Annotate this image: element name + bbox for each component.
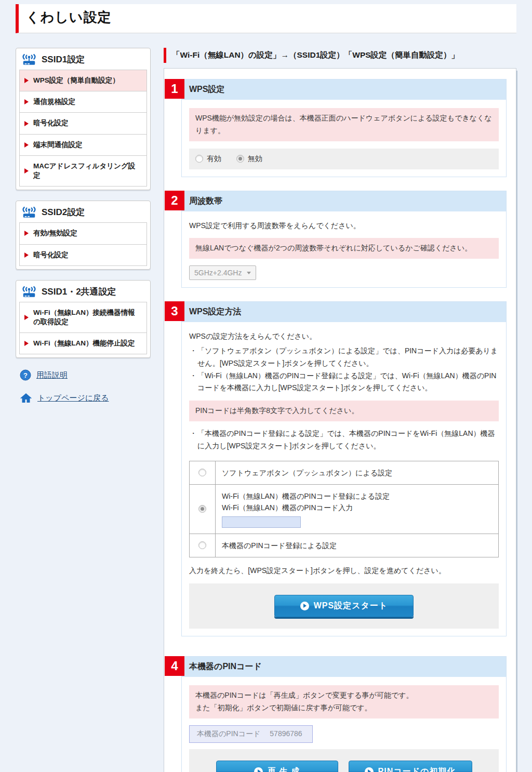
option-row-own-pin: 本機器のPINコード登録による設定 (190, 534, 498, 557)
wps-method-desc: WPSの設定方法をえらんでください。 (189, 330, 499, 343)
play-icon (365, 767, 374, 772)
wps-start-hint: 入力を終えたら、[WPS設定スタート]ボタンを押し、設定を進めてください。 (189, 565, 499, 577)
own-pin-display: 本機器のPINコード 57896786 (189, 725, 313, 743)
pin-regen-note: 本機器のPINコードは「再生成」ボタンで変更する事が可能です。 また「初期化」ボ… (189, 685, 499, 718)
frequency-select[interactable]: 5GHz+2.4GHz (189, 265, 256, 280)
section-number-badge: 4 (165, 656, 184, 676)
option-sublabel: Wi-Fi（無線LAN）機器のPINコード入力 (222, 502, 492, 513)
wps-start-band: WPS設定スタート (189, 583, 499, 629)
pin-initialize-button[interactable]: PINコードの初期化 (349, 761, 472, 772)
wps-method-options: ソフトウェアボタン（プッシュボタン）による設定 Wi-Fi（無線LAN）機器のP… (189, 461, 499, 558)
wps-method-bullets-2: ・ 「本機器のPINコード登録による設定」では、本機器のPINコードをWi-Fi… (189, 428, 499, 452)
nav-group-header: SSID1・2共通設定 (16, 281, 150, 302)
section-number-badge: 2 (165, 191, 184, 210)
router-wifi-icon (21, 206, 37, 219)
section-wps-setting: 1 WPS設定 WPS機能が無効設定の場合は、本機器正面のハードウェアボタンによ… (181, 79, 507, 177)
page-title: くわしい設定 (16, 4, 516, 33)
glossary-link[interactable]: 用語説明 (36, 370, 68, 380)
section-title: 周波数帯 (182, 191, 506, 211)
option-label: ソフトウェアボタン（プッシュボタン）による設定 (216, 461, 498, 484)
radio-disable-label: 無効 (248, 154, 262, 164)
sidebar-item-label: MACアドレスフィルタリング設定 (33, 162, 142, 180)
radio-pushbutton[interactable] (198, 469, 206, 476)
sidebar-item-angouka[interactable]: 暗号化設定 (20, 113, 147, 134)
sidebar-item-yuko-muko[interactable]: 有効/無効設定 (20, 223, 147, 244)
red-arrow-icon (24, 252, 29, 258)
bullet-item: ・ 「本機器のPINコード登録による設定」では、本機器のPINコードをWi-Fi… (189, 428, 499, 452)
bullet-item: ・ 「ソフトウェアボタン（プッシュボタン）による設定」では、PINコード入力は必… (189, 345, 499, 370)
option-label: Wi-Fi（無線LAN）機器のPINコード登録による設定 (222, 490, 492, 502)
option-label: 本機器のPINコード登録による設定 (216, 534, 498, 557)
section-own-pin: 4 本機器のPINコード 本機器のPINコードは「再生成」ボタンで変更する事が可… (181, 656, 507, 772)
section-frequency-band: 2 周波数帯 WPS設定で利用する周波数帯をえらんでください。 無線LANでつな… (181, 191, 507, 288)
sidebar-item-wps[interactable]: WPS設定（簡単自動設定） (20, 70, 147, 91)
wps-start-button[interactable]: WPS設定スタート (274, 595, 414, 617)
section-title: WPS設定方法 (182, 302, 506, 322)
radio-enable[interactable] (195, 155, 203, 163)
own-pin-value: 57896786 (270, 729, 302, 739)
radio-device-pin[interactable] (198, 505, 206, 513)
wps-method-bullets: ・ 「ソフトウェアボタン（プッシュボタン）による設定」では、PINコード入力は必… (189, 345, 499, 394)
sidebar-item-label: WPS設定（簡単自動設定） (33, 76, 119, 85)
nav-group-ssid1: SSID1設定 WPS設定（簡単自動設定） 通信規格設定 暗号化設定 (16, 48, 151, 190)
nav-group-title: SSID1・2共通設定 (42, 286, 116, 298)
top-page-link-row: トップページに戻る (20, 392, 151, 404)
sidebar-item-label: 暗号化設定 (33, 118, 69, 128)
main-content: 「Wi-Fi（無線LAN）の設定」→（SSID1設定）「WPS設定（簡単自動設定… (164, 48, 516, 772)
sidebar-item-label: 有効/無効設定 (33, 229, 77, 238)
sidebar-item-label: 暗号化設定 (33, 250, 69, 260)
red-arrow-icon (24, 231, 29, 236)
device-pin-input[interactable] (222, 516, 301, 528)
page: くわしい設定 SSID1設定 (0, 0, 532, 772)
sidebar-item-mac-filter[interactable]: MACアドレスフィルタリング設定 (20, 156, 147, 186)
red-arrow-icon (24, 315, 29, 320)
sidebar-item-angouka2[interactable]: 暗号化設定 (20, 245, 147, 265)
frequency-select-value: 5GHz+2.4GHz (194, 269, 242, 277)
sidebar: SSID1設定 WPS設定（簡単自動設定） 通信規格設定 暗号化設定 (16, 48, 151, 404)
red-arrow-icon (24, 121, 29, 126)
sidebar-item-kino-teishi[interactable]: Wi-Fi（無線LAN）機能停止設定 (20, 333, 147, 354)
chevron-down-icon (247, 272, 251, 274)
nav-group-ssid2: SSID2設定 有効/無効設定 暗号化設定 (16, 201, 151, 269)
radio-disable[interactable] (236, 155, 244, 163)
nav-group-header: SSID1設定 (16, 48, 150, 70)
sidebar-item-kiki-joho[interactable]: Wi-Fi（無線LAN）接続機器情報の取得設定 (20, 302, 147, 333)
breadcrumb: 「Wi-Fi（無線LAN）の設定」→（SSID1設定）「WPS設定（簡単自動設定… (164, 48, 516, 63)
nav-group-common: SSID1・2共通設定 Wi-Fi（無線LAN）接続機器情報の取得設定 Wi-F… (16, 280, 151, 358)
section-title: 本機器のPINコード (182, 657, 506, 677)
home-icon (20, 392, 32, 404)
sidebar-item-label: Wi-Fi（無線LAN）接続機器情報の取得設定 (33, 308, 142, 327)
play-icon (254, 767, 263, 772)
option-row-pushbutton: ソフトウェアボタン（プッシュボタン）による設定 (190, 461, 498, 485)
wps-warning-note: WPS機能が無効設定の場合は、本機器正面のハードウェアボタンによる設定もできなく… (189, 108, 499, 141)
red-arrow-icon (24, 78, 29, 83)
section-title: WPS設定 (182, 79, 506, 100)
sidebar-item-label: 端末間通信設定 (33, 140, 83, 150)
router-wifi-icon (21, 53, 37, 66)
play-icon (300, 602, 309, 610)
red-arrow-icon (24, 341, 29, 346)
section-wps-method: 3 WPS設定方法 WPSの設定方法をえらんでください。 ・ 「ソフトウェアボタ… (181, 301, 507, 636)
radio-own-pin[interactable] (198, 541, 206, 549)
pin-regenerate-button[interactable]: 再 生 成 (216, 761, 338, 772)
wps-enable-radio-group: 有効 無効 (189, 149, 499, 169)
pin-format-note: PINコードは半角数字8文字で入力してください。 (189, 401, 499, 421)
svg-text:?: ? (23, 371, 28, 379)
red-arrow-icon (24, 168, 29, 174)
top-page-link[interactable]: トップページに戻る (37, 393, 109, 403)
option-row-device-pin: Wi-Fi（無線LAN）機器のPINコード登録による設定 Wi-Fi（無線LAN… (190, 485, 498, 534)
own-pin-label: 本機器のPINコード (197, 729, 260, 739)
sidebar-item-tanmatsu[interactable]: 端末間通信設定 (20, 135, 147, 156)
nav-group-title: SSID1設定 (42, 54, 85, 65)
sidebar-item-tsushin-kikaku[interactable]: 通信規格設定 (20, 91, 147, 113)
nav-group-header: SSID2設定 (16, 201, 150, 222)
settings-panel: 1 WPS設定 WPS機能が無効設定の場合は、本機器正面のハードウェアボタンによ… (164, 68, 516, 772)
bullet-item: ・ 「Wi-Fi（無線LAN）機器のPINコード登録による設定」では、Wi-Fi… (189, 370, 499, 395)
frequency-warning-note: 無線LANでつなぐ機器が2つの周波数帯それぞれに対応しているかご確認ください。 (189, 238, 499, 259)
frequency-desc: WPS設定で利用する周波数帯をえらんでください。 (189, 220, 499, 232)
glossary-link-row: ? 用語説明 (20, 369, 151, 381)
nav-group-title: SSID2設定 (42, 206, 85, 218)
router-wifi-icon (21, 285, 37, 298)
pin-buttons-band: 再 生 成 PINコードの初期化 (189, 749, 499, 772)
sidebar-item-label: 通信規格設定 (33, 97, 75, 107)
